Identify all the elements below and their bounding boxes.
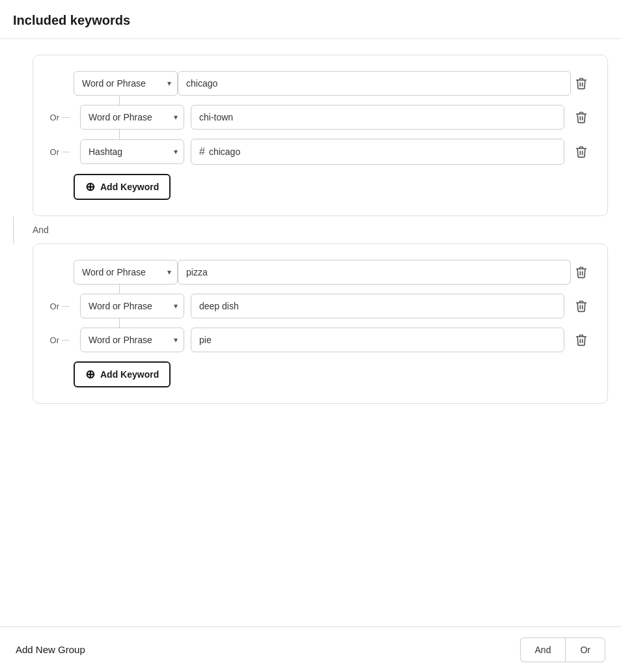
type-select-2-3[interactable]: Word or Phrase Hashtag Mention Cashtag <box>80 328 184 352</box>
keyword-input-2-1[interactable] <box>186 267 562 277</box>
keyword-row-1-2: Or Word or Phrase Hashtag Mention Cashta… <box>49 105 592 130</box>
delete-button-2-3[interactable] <box>571 329 592 350</box>
keyword-input-2-3[interactable] <box>199 335 556 345</box>
trash-icon <box>575 333 588 346</box>
keyword-input-wrapper-2-3 <box>191 328 564 352</box>
keyword-input-2-2[interactable] <box>199 301 556 311</box>
keyword-input-wrapper-2-1 <box>178 260 571 285</box>
keyword-input-1-3[interactable] <box>209 147 556 157</box>
delete-button-1-1[interactable] <box>571 73 592 94</box>
or-button[interactable]: Or <box>565 637 605 662</box>
type-select-1-2[interactable]: Word or Phrase Hashtag Mention Cashtag <box>80 105 184 130</box>
type-select-wrapper: Word or Phrase Hashtag Mention Cashtag ▾ <box>80 105 184 130</box>
keyword-row-1-3: Or Word or Phrase Hashtag Mention Cashta… <box>49 139 592 165</box>
type-select-1-3[interactable]: Word or Phrase Hashtag Mention Cashtag <box>80 139 184 164</box>
keyword-input-wrapper-2-2 <box>191 294 564 318</box>
delete-button-2-1[interactable] <box>571 262 592 283</box>
or-label-2-3: Or <box>49 335 74 345</box>
keyword-group-2: Word or Phrase Hashtag Mention Cashtag ▾ <box>13 244 608 404</box>
group-card-1: Word or Phrase Hashtag Mention Cashtag ▾ <box>33 55 608 216</box>
add-keyword-label-1: Add Keyword <box>100 182 159 192</box>
add-keyword-button-2[interactable]: ⊕ Add Keyword <box>74 361 171 387</box>
keyword-input-1-2[interactable] <box>199 112 556 122</box>
type-select-wrapper: Word or Phrase Hashtag Mention Cashtag ▾ <box>80 139 184 164</box>
rows-block-2: Word or Phrase Hashtag Mention Cashtag ▾ <box>49 260 592 352</box>
keyword-input-wrapper-1-3: # <box>191 139 564 165</box>
keyword-input-wrapper-1-1 <box>178 71 571 96</box>
type-select-wrapper: Word or Phrase Hashtag Mention Cashtag ▾ <box>74 71 178 96</box>
rows-block-1: Word or Phrase Hashtag Mention Cashtag ▾ <box>49 71 592 165</box>
type-select-wrapper: Word or Phrase Hashtag Mention Cashtag ▾ <box>80 328 184 352</box>
keyword-group-1: Word or Phrase Hashtag Mention Cashtag ▾ <box>13 55 608 216</box>
type-select-2-1[interactable]: Word or Phrase Hashtag Mention Cashtag <box>74 260 178 285</box>
and-connector-line <box>13 216 14 244</box>
type-select-wrapper: Word or Phrase Hashtag Mention Cashtag ▾ <box>80 294 184 318</box>
delete-button-2-2[interactable] <box>571 296 592 316</box>
page-title: Included keywords <box>13 13 130 27</box>
trash-icon <box>575 145 588 158</box>
add-new-group-label: Add New Group <box>16 644 85 655</box>
trash-icon <box>575 111 588 124</box>
hashtag-prefix: # <box>199 146 205 158</box>
keyword-row-2-3: Or Word or Phrase Hashtag Mention Cashta… <box>49 328 592 352</box>
type-select-wrapper: Word or Phrase Hashtag Mention Cashtag ▾ <box>74 260 178 285</box>
and-connector-label: And <box>33 223 49 236</box>
plus-circle-icon-2: ⊕ <box>85 369 95 380</box>
keyword-row-1-1: Word or Phrase Hashtag Mention Cashtag ▾ <box>49 71 592 96</box>
or-label-2-2: Or <box>49 301 74 311</box>
header: Included keywords <box>0 0 621 39</box>
keyword-input-1-1[interactable] <box>186 78 562 89</box>
bottom-bar: Add New Group And Or <box>0 626 621 672</box>
page-container: Included keywords Word or Phrase Hashtag… <box>0 0 621 672</box>
type-select-1-1[interactable]: Word or Phrase Hashtag Mention Cashtag <box>74 71 178 96</box>
delete-button-1-2[interactable] <box>571 107 592 128</box>
type-select-2-2[interactable]: Word or Phrase Hashtag Mention Cashtag <box>80 294 184 318</box>
or-label-2: Or <box>49 113 74 122</box>
keyword-input-wrapper-1-2 <box>191 105 564 130</box>
content-area: Word or Phrase Hashtag Mention Cashtag ▾ <box>0 39 621 462</box>
plus-circle-icon: ⊕ <box>85 181 95 193</box>
trash-icon <box>575 77 588 90</box>
and-connector: And <box>33 216 608 244</box>
add-keyword-button-1[interactable]: ⊕ Add Keyword <box>74 174 171 200</box>
or-label-3: Or <box>49 147 74 157</box>
trash-icon <box>575 266 588 279</box>
bottom-buttons: And Or <box>520 637 605 662</box>
group-card-2: Word or Phrase Hashtag Mention Cashtag ▾ <box>33 244 608 404</box>
and-button[interactable]: And <box>520 637 566 662</box>
keyword-row-2-1: Word or Phrase Hashtag Mention Cashtag ▾ <box>49 260 592 285</box>
keyword-row-2-2: Or Word or Phrase Hashtag Mention Cashta… <box>49 294 592 318</box>
delete-button-1-3[interactable] <box>571 141 592 162</box>
trash-icon <box>575 300 588 313</box>
add-keyword-label-2: Add Keyword <box>100 369 159 380</box>
